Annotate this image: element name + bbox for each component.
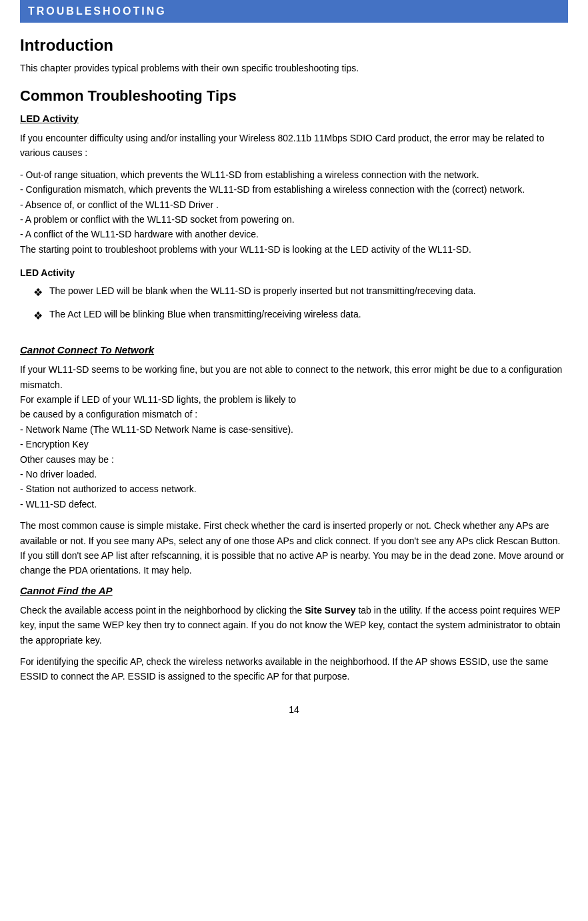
cannot-find-ap-section: Cannot Find the AP Check the available a…	[20, 585, 568, 684]
led-bullet-2: ❖ The Act LED will be blinking Blue when…	[33, 307, 568, 325]
bullet-diamond-icon: ❖	[33, 284, 43, 301]
cannot-connect-section: Cannot Connect To Network If your WL11-S…	[20, 344, 568, 578]
led-bullet-list: ❖ The power LED will be blank when the W…	[33, 283, 568, 324]
site-survey-bold: Site Survey	[305, 605, 355, 616]
introduction-section: Introduction This chapter provides typic…	[20, 36, 568, 75]
bullet-diamond-icon-2: ❖	[33, 307, 43, 325]
page-container: TROUBLESHOOTING Introduction This chapte…	[0, 0, 588, 742]
cannot-find-ap-p2: For identifying the specific AP, check t…	[20, 654, 568, 684]
led-bullet-1-text: The power LED will be blank when the WL1…	[49, 283, 476, 298]
cannot-find-ap-heading: Cannot Find the AP	[20, 585, 568, 596]
page-header: TROUBLESHOOTING	[20, 0, 568, 23]
cannot-connect-heading: Cannot Connect To Network	[20, 344, 568, 355]
led-activity-paragraph1: If you encounter difficulty using and/or…	[20, 131, 568, 161]
header-title: TROUBLESHOOTING	[28, 5, 167, 17]
common-tips-heading: Common Troubleshooting Tips	[20, 87, 568, 105]
intro-heading: Introduction	[20, 36, 568, 55]
cannot-connect-p1: If your WL11-SD seems to be working fine…	[20, 362, 568, 512]
led-activity-bold-heading: LED Activity	[20, 267, 568, 278]
led-bullet-2-text: The Act LED will be blinking Blue when t…	[49, 307, 361, 321]
intro-text: This chapter provides typical problems w…	[20, 61, 568, 75]
led-bullet-1: ❖ The power LED will be blank when the W…	[33, 283, 568, 301]
common-tips-section: Common Troubleshooting Tips LED Activity…	[20, 87, 568, 324]
cannot-connect-p2: The most common cause is simple mistake.…	[20, 518, 568, 578]
page-number: 14	[20, 704, 568, 715]
led-activity-underline-heading: LED Activity	[20, 113, 568, 124]
cannot-find-ap-p1: Check the available access point in the …	[20, 603, 568, 648]
led-activity-lines: - Out-of range situation, which prevents…	[20, 167, 568, 257]
